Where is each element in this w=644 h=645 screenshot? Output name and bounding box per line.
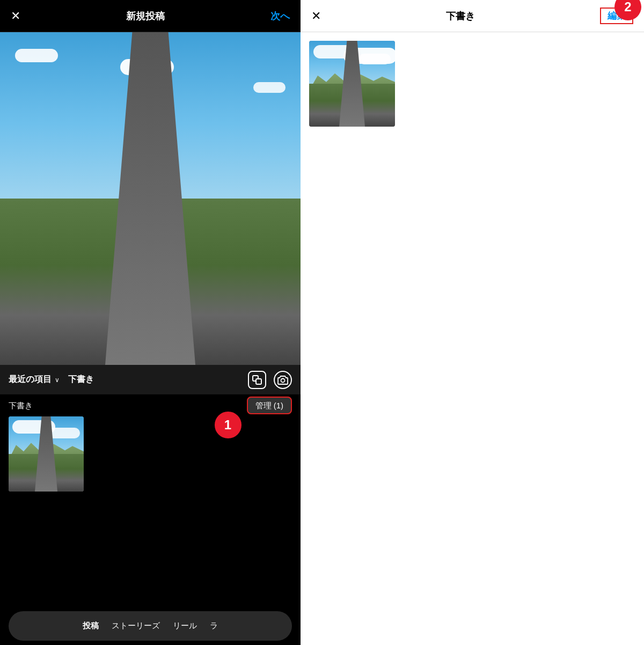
manage-button-wrapper: 管理 (1) 1 [247,401,292,411]
bottom-tabs: 投稿 ストーリーズ リール ラ [9,611,292,641]
album-name-label: 最近の項目 [9,374,52,385]
draft-thumb-scene [9,416,84,492]
next-button[interactable]: 次へ [270,10,290,23]
gallery-area: 下書き 管理 (1) 1 [0,394,301,607]
right-content-area [301,32,644,645]
album-icons-group [248,371,292,389]
left-close-button[interactable]: ✕ [11,9,20,23]
left-panel: ✕ 新規投稿 次へ 最近の項目 ∨ 下書き [0,0,301,645]
photo-scene [0,32,301,365]
album-selector[interactable]: 最近の項目 ∨ 下書き [9,374,94,385]
right-close-button[interactable]: ✕ [311,9,321,23]
multi-select-icon[interactable] [248,371,266,389]
chevron-down-icon: ∨ [55,376,60,384]
svg-point-2 [281,378,285,382]
tab-reels[interactable]: リール [173,621,197,631]
right-card-scene [309,41,395,127]
tab-post[interactable]: 投稿 [83,621,99,631]
left-panel-title: 新規投稿 [126,10,165,23]
cloud-2 [253,82,286,93]
right-panel-title: 下書き [446,10,475,23]
left-bottom-area: 最近の項目 ∨ 下書き [0,365,301,645]
cloud-1 [15,49,58,62]
right-draft-card[interactable] [309,41,395,127]
manage-button[interactable]: 管理 (1) [247,397,292,414]
photo-preview [0,32,301,365]
draft-section-header: 下書き 管理 (1) 1 [9,401,292,411]
tab-live[interactable]: ラ [210,621,218,631]
right-header: ✕ 下書き 編集 2 [301,0,644,32]
draft-section-title: 下書き [9,401,33,411]
album-draft-label: 下書き [68,374,94,385]
album-bar: 最近の項目 ∨ 下書き [0,365,301,394]
thumb-cloud-2 [48,428,80,438]
draft-thumbnail[interactable] [9,416,84,492]
left-header: ✕ 新規投稿 次へ [0,0,301,32]
right-panel: ✕ 下書き 編集 2 [301,0,644,645]
tab-stories[interactable]: ストーリーズ [112,621,160,631]
svg-rect-1 [256,379,261,384]
camera-icon[interactable] [274,371,292,389]
step-1-badge: 1 [215,412,241,438]
edit-button-wrapper: 編集 2 [600,10,633,22]
